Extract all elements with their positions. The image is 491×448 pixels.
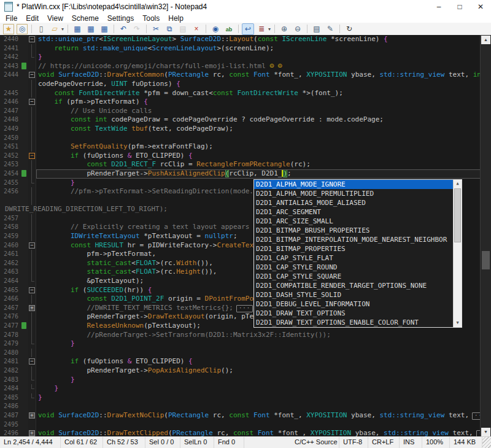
replace-icon[interactable]: ab bbox=[223, 23, 235, 35]
status-filesize[interactable]: 144 KB bbox=[450, 437, 482, 448]
autocomplete-item[interactable]: D2D1_DRAW_TEXT_OPTIONS bbox=[254, 309, 453, 318]
fold-expand-icon[interactable]: + bbox=[29, 305, 35, 311]
code-text[interactable] bbox=[36, 349, 481, 358]
bookmark-margin[interactable] bbox=[21, 152, 28, 161]
status-scheme[interactable]: C/C++ Source bbox=[291, 437, 339, 448]
fold-margin[interactable] bbox=[28, 339, 36, 349]
status-find-count[interactable]: Fnd 0 bbox=[214, 437, 244, 448]
fold-margin[interactable]: − bbox=[28, 357, 36, 366]
code-text[interactable]: // https://unicode.org/emoji/charts/full… bbox=[36, 62, 481, 71]
fold-margin[interactable] bbox=[28, 196, 36, 206]
bookmark-margin[interactable] bbox=[21, 196, 28, 206]
fold-margin[interactable]: − bbox=[28, 71, 36, 80]
bookmark-margin[interactable] bbox=[21, 160, 28, 169]
fold-margin[interactable] bbox=[28, 250, 36, 259]
redo-icon[interactable]: ↷ bbox=[131, 23, 143, 35]
code-text[interactable]: //pRenderTarget->SetTransform(D2D1::Matr… bbox=[36, 331, 481, 340]
fold-collapse-icon[interactable]: − bbox=[29, 287, 35, 293]
fold-ellipsis-icon[interactable]: ··· bbox=[236, 305, 253, 312]
edit-document-icon[interactable]: ✎ bbox=[324, 23, 336, 35]
bookmark-margin[interactable] bbox=[21, 71, 28, 80]
bookmark-margin[interactable] bbox=[21, 98, 28, 107]
code-text[interactable]: if (pfm->pTextFormat) { bbox=[36, 98, 481, 107]
fold-margin[interactable] bbox=[28, 187, 36, 196]
save-as-icon[interactable]: ▦ bbox=[85, 23, 97, 35]
fold-margin[interactable] bbox=[28, 366, 36, 376]
save-icon[interactable]: ▦ bbox=[71, 23, 83, 35]
fold-margin[interactable] bbox=[28, 134, 36, 143]
code-text[interactable]: void SurfaceD2D::DrawTextCommon(PRectang… bbox=[36, 71, 481, 80]
code-text[interactable]: SetFontQuality(pfm->extraFontFlag); bbox=[36, 142, 481, 152]
menu-file[interactable]: File bbox=[1, 14, 21, 23]
code-text[interactable]: void SurfaceD2D::DrawTextNoClip(PRectang… bbox=[36, 411, 481, 420]
autocomplete-item[interactable]: D2D1_BITMAP_BRUSH_PROPERTIES bbox=[254, 226, 453, 235]
autocomplete-item[interactable]: D2D1_BITMAP_INTERPOLATION_MODE_NEAREST_N… bbox=[254, 235, 453, 244]
fold-margin[interactable]: − bbox=[28, 98, 36, 107]
menu-view[interactable]: View bbox=[43, 14, 68, 23]
bookmark-margin[interactable] bbox=[21, 169, 28, 179]
status-encoding[interactable]: UTF-8 bbox=[339, 437, 368, 448]
code-text[interactable]: } bbox=[36, 384, 481, 393]
fold-margin[interactable] bbox=[28, 89, 36, 98]
editor-vertical-scrollbar[interactable]: ▲ ▼ bbox=[480, 35, 491, 437]
status-overtype[interactable]: INS bbox=[400, 437, 422, 448]
autocomplete-item[interactable]: D2D1_DASH_STYLE_SOLID bbox=[254, 290, 453, 299]
fold-margin[interactable] bbox=[28, 53, 36, 62]
bookmark-margin[interactable] bbox=[21, 89, 28, 98]
code-text[interactable]: if (fuOptions & ETO_CLIPPED) { bbox=[36, 357, 481, 366]
bookmark-margin[interactable] bbox=[21, 187, 28, 196]
bookmark-margin[interactable] bbox=[21, 232, 28, 241]
scroll-down-icon[interactable]: ▼ bbox=[481, 428, 490, 436]
bookmark-margin[interactable] bbox=[21, 402, 28, 411]
fold-margin[interactable] bbox=[28, 125, 36, 134]
bookmark-margin[interactable] bbox=[21, 357, 28, 366]
fold-margin[interactable] bbox=[28, 179, 36, 188]
fold-margin[interactable] bbox=[28, 80, 36, 89]
find-icon[interactable]: ◉ bbox=[209, 23, 222, 35]
autocomplete-item[interactable]: D2D1_CAP_STYLE_ROUND bbox=[254, 263, 453, 272]
autocomplete-item[interactable]: D2D1_ARC_SIZE_SMALL bbox=[254, 217, 453, 226]
fold-margin[interactable]: − bbox=[28, 152, 36, 161]
fold-expand-icon[interactable]: + bbox=[29, 412, 35, 419]
fold-margin[interactable]: + bbox=[28, 304, 36, 313]
menu-help[interactable]: Help bbox=[164, 14, 188, 23]
autocomplete-item[interactable]: D2D1_ALPHA_MODE_PREMULTIPLIED bbox=[254, 189, 453, 198]
code-text[interactable]: codePageOverride, UINT fuOptions) { bbox=[36, 80, 481, 89]
fold-collapse-icon[interactable]: − bbox=[29, 36, 35, 42]
fold-collapse-icon[interactable]: − bbox=[29, 99, 35, 105]
fold-margin[interactable] bbox=[28, 402, 36, 411]
bookmark-margin[interactable] bbox=[21, 268, 28, 277]
view-document-icon[interactable]: ▤ bbox=[311, 23, 323, 35]
fold-margin[interactable] bbox=[28, 44, 36, 53]
fold-margin[interactable] bbox=[28, 349, 36, 358]
favorite-add-icon[interactable]: ★ bbox=[2, 23, 15, 35]
fold-margin[interactable] bbox=[28, 259, 36, 268]
autocomplete-item[interactable]: D2D1_ANTIALIAS_MODE_ALIASED bbox=[254, 198, 453, 207]
bookmark-margin[interactable] bbox=[21, 62, 28, 71]
fold-margin[interactable]: − bbox=[28, 241, 36, 250]
bookmark-margin[interactable] bbox=[21, 214, 28, 223]
bookmark-margin[interactable] bbox=[21, 115, 28, 125]
code-text[interactable]: } bbox=[36, 393, 481, 403]
fold-margin[interactable] bbox=[28, 268, 36, 277]
autocomplete-item[interactable]: D2D1_ARC_SEGMENT bbox=[254, 207, 453, 217]
reload-icon[interactable]: ↻ bbox=[343, 23, 355, 35]
bookmark-margin[interactable] bbox=[21, 107, 28, 116]
favorite-search-icon[interactable]: ◎ bbox=[16, 23, 28, 35]
cut-icon[interactable]: ✂ bbox=[150, 23, 162, 35]
bookmark-margin[interactable] bbox=[21, 286, 28, 295]
bookmark-margin[interactable] bbox=[21, 241, 28, 250]
code-text[interactable]: if (fuOptions & ETO_CLIPPED) { bbox=[36, 152, 481, 161]
code-text[interactable]: } bbox=[36, 53, 481, 62]
fold-collapse-icon[interactable]: − bbox=[29, 72, 35, 78]
code-text[interactable] bbox=[36, 420, 481, 430]
copy-icon[interactable]: ⧉ bbox=[163, 23, 176, 35]
bookmark-margin[interactable] bbox=[21, 384, 28, 393]
autocomplete-scrollbar[interactable]: ▲ ▼ bbox=[453, 180, 462, 327]
bookmark-margin[interactable] bbox=[21, 339, 28, 349]
fold-margin[interactable] bbox=[28, 232, 36, 241]
autocomplete-item[interactable]: D2D1_DEBUG_LEVEL_INFORMATION bbox=[254, 299, 453, 309]
caret-line[interactable]: pRenderTarget->PushAxisAlignedClip(rcCli… bbox=[36, 169, 481, 179]
bookmark-margin[interactable] bbox=[21, 376, 28, 385]
menu-settings[interactable]: Settings bbox=[103, 14, 138, 23]
